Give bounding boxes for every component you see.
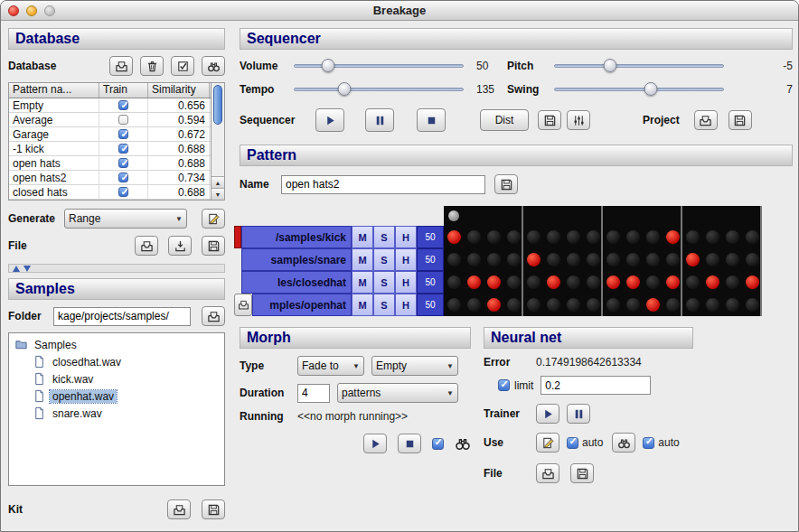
timeline-cell[interactable] [484, 206, 503, 226]
step-cell[interactable] [643, 271, 663, 294]
split-collapse-down-icon[interactable] [24, 266, 31, 272]
step-cell[interactable] [623, 226, 643, 248]
trainer-play-button[interactable] [536, 404, 559, 424]
step-cell[interactable] [742, 271, 762, 294]
database-open-button[interactable] [109, 56, 133, 76]
step-cell[interactable] [523, 271, 543, 294]
step-cell[interactable] [444, 248, 464, 271]
step-cell[interactable] [623, 248, 643, 271]
dist-button[interactable]: Dist [480, 109, 529, 131]
step-cell[interactable] [643, 248, 663, 271]
timeline-cell[interactable] [722, 206, 742, 226]
train-checkbox[interactable] [118, 115, 128, 125]
timeline-cell[interactable] [563, 206, 583, 226]
step-cell[interactable] [444, 271, 464, 294]
kit-save-button[interactable] [202, 499, 225, 519]
step-cell[interactable] [523, 248, 543, 271]
track-name[interactable]: les/closedhat [241, 271, 352, 294]
column-similarity[interactable]: Similarity [148, 83, 210, 98]
trainer-pause-button[interactable] [567, 404, 590, 424]
step-cell[interactable] [663, 226, 682, 248]
use-find-button[interactable] [612, 433, 635, 453]
step-cell[interactable] [583, 271, 603, 294]
step-cell[interactable] [682, 248, 702, 271]
column-train[interactable]: Train [99, 83, 148, 98]
solo-button[interactable]: S [373, 271, 395, 294]
step-cell[interactable] [563, 248, 583, 271]
database-file-import-button[interactable] [168, 236, 192, 256]
table-row[interactable]: Empty0.656 [9, 98, 211, 113]
database-file-save-button[interactable] [202, 236, 225, 256]
step-cell[interactable] [464, 226, 484, 248]
step-cell[interactable] [603, 271, 623, 294]
step-cell[interactable] [503, 294, 523, 316]
solo-button[interactable]: S [373, 226, 395, 248]
timeline-cell[interactable] [464, 206, 484, 226]
split-pane-divider[interactable] [8, 264, 225, 273]
step-cell[interactable] [543, 248, 563, 271]
step-cell[interactable] [464, 271, 484, 294]
hold-button[interactable]: H [395, 226, 417, 248]
track-velocity[interactable]: 50 [417, 271, 444, 294]
dist-save-button[interactable] [538, 110, 561, 130]
solo-button[interactable]: S [373, 248, 395, 271]
morph-loop-checkbox[interactable] [432, 438, 444, 450]
tempo-slider[interactable] [294, 81, 464, 98]
scroll-down-arrow[interactable]: ▼ [212, 188, 224, 200]
step-cell[interactable] [663, 248, 682, 271]
step-cell[interactable] [742, 294, 762, 316]
swing-slider[interactable] [554, 81, 724, 98]
morph-target-combo[interactable]: Empty ▼ [371, 356, 458, 376]
step-cell[interactable] [484, 226, 503, 248]
step-cell[interactable] [702, 226, 722, 248]
step-cell[interactable] [563, 226, 583, 248]
step-cell[interactable] [682, 271, 702, 294]
play-button[interactable] [315, 108, 344, 132]
mute-button[interactable]: M [352, 294, 373, 316]
tempo-slider-thumb[interactable] [338, 82, 352, 96]
track-name[interactable]: mples/openhat [252, 294, 352, 316]
hold-button[interactable]: H [395, 271, 417, 294]
project-open-button[interactable] [694, 110, 718, 130]
step-cell[interactable] [523, 226, 543, 248]
table-row[interactable]: Average0.594 [9, 113, 211, 127]
limit-input[interactable] [540, 376, 651, 395]
timeline-cell[interactable] [702, 206, 722, 226]
mute-button[interactable]: M [352, 226, 373, 248]
step-cell[interactable] [484, 294, 503, 316]
hold-button[interactable]: H [395, 248, 417, 271]
scroll-up-arrow[interactable]: ▲ [212, 176, 224, 188]
timeline-cell[interactable] [623, 206, 643, 226]
track-load-button[interactable] [234, 294, 252, 316]
use-auto-checkbox-1[interactable] [567, 437, 578, 449]
generate-combo[interactable]: Range ▼ [64, 209, 187, 229]
timeline-cell[interactable] [742, 206, 762, 226]
morph-find-button[interactable] [455, 435, 471, 452]
neural-file-save-button[interactable] [570, 463, 594, 483]
morph-stop-button[interactable] [398, 434, 421, 453]
database-find-button[interactable] [202, 56, 225, 76]
scrollbar-thumb[interactable] [213, 85, 222, 125]
timeline-cell[interactable] [503, 206, 523, 226]
table-row[interactable]: Garage0.672 [9, 127, 211, 142]
step-cell[interactable] [623, 271, 643, 294]
morph-play-button[interactable] [363, 434, 387, 453]
train-checkbox[interactable] [118, 144, 128, 154]
title-bar[interactable]: Breakage [1, 1, 798, 21]
timeline-cell[interactable] [682, 206, 702, 226]
swing-slider-thumb[interactable] [644, 82, 658, 96]
timeline-cell[interactable] [663, 206, 682, 226]
step-cell[interactable] [543, 271, 563, 294]
step-cell[interactable] [623, 294, 643, 316]
step-cell[interactable] [464, 248, 484, 271]
hold-button[interactable]: H [395, 294, 417, 316]
use-edit-button[interactable] [536, 433, 559, 453]
folder-open-button[interactable] [202, 306, 225, 326]
dist-edit-button[interactable] [567, 110, 590, 130]
table-row[interactable]: open hats20.734 [9, 171, 211, 185]
stop-button[interactable] [417, 108, 446, 132]
volume-slider-thumb[interactable] [321, 59, 334, 72]
train-checkbox[interactable] [118, 158, 128, 168]
database-file-open-button[interactable] [135, 236, 158, 256]
step-cell[interactable] [682, 294, 702, 316]
